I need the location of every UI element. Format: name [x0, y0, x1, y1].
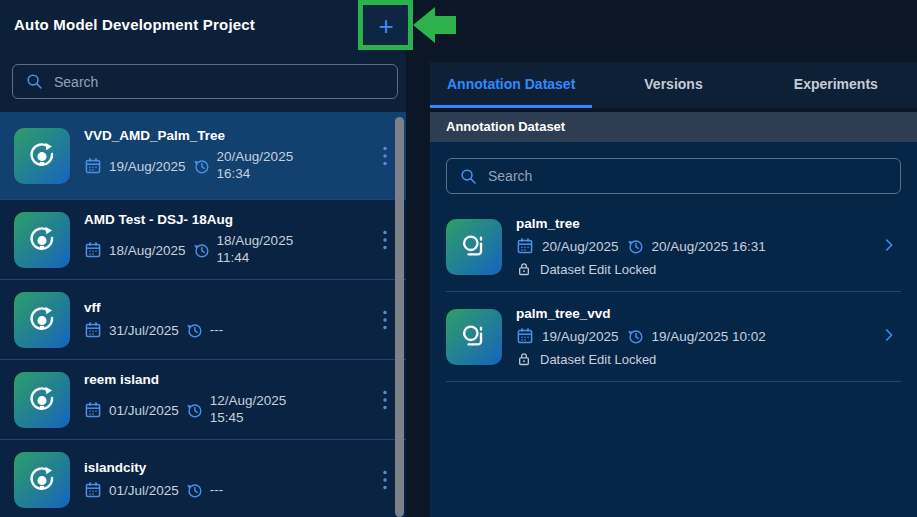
- project-created-date: 19/Aug/2025: [109, 159, 186, 174]
- dataset-meta: 19/Aug/2025 19/Aug/2025 10:02: [516, 327, 877, 345]
- app-window: Auto Model Development Project + VVD_AMD…: [0, 0, 917, 517]
- tab-annotation-dataset[interactable]: Annotation Dataset: [430, 62, 592, 108]
- project-search-input[interactable]: [54, 74, 385, 90]
- project-info: vff 31/Jul/2025 ---: [84, 300, 372, 339]
- dataset-list-item[interactable]: palm_tree 20/Aug/2025 20/Aug/2025 16:31 …: [446, 202, 901, 292]
- tab-bar: Annotation Dataset Versions Experiments: [430, 62, 917, 108]
- auto-model-cycle-icon: [25, 139, 59, 173]
- dataset-lock-row: Dataset Edit Locked: [516, 351, 877, 367]
- project-name: vff: [84, 300, 372, 315]
- tab-versions[interactable]: Versions: [592, 62, 754, 108]
- dataset-search-box: [446, 158, 901, 194]
- auto-model-cycle-icon: [25, 383, 59, 417]
- last-modified-clock-icon: [193, 242, 210, 259]
- project-name: VVD_AMD_Palm_Tree: [84, 128, 372, 143]
- last-modified-clock-icon: [186, 322, 203, 339]
- last-modified-clock-icon: [186, 402, 203, 419]
- project-info: islandcity 01/Jul/2025 ---: [84, 460, 372, 499]
- dataset-tile-icon: [446, 309, 502, 365]
- last-modified-clock-icon: [193, 158, 210, 175]
- lock-icon: [516, 261, 532, 277]
- chevron-right-icon: [881, 327, 897, 343]
- annotation-dataset-icon: [457, 320, 491, 354]
- project-created-date: 01/Jul/2025: [109, 483, 179, 498]
- dataset-lock-status: Dataset Edit Locked: [540, 262, 656, 277]
- calendar-icon: [516, 327, 534, 345]
- project-list-scrollbar[interactable]: [395, 117, 404, 517]
- project-info: reem island 01/Jul/2025 12/Aug/2025 15:4…: [84, 372, 372, 427]
- dataset-info: palm_tree 20/Aug/2025 20/Aug/2025 16:31 …: [516, 216, 877, 277]
- detail-panel: Annotation Dataset Versions Experiments …: [430, 0, 917, 517]
- dataset-meta: 20/Aug/2025 20/Aug/2025 16:31: [516, 237, 877, 255]
- project-search-box: [12, 64, 398, 99]
- project-name: islandcity: [84, 460, 372, 475]
- calendar-icon: [84, 321, 102, 339]
- auto-model-cycle-icon: [25, 463, 59, 497]
- last-modified-clock-icon: [627, 328, 644, 345]
- project-tile-icon: [14, 292, 70, 348]
- project-modified-date: 18/Aug/2025 11:44: [217, 233, 309, 267]
- dataset-info: palm_tree_vvd 19/Aug/2025 19/Aug/2025 10…: [516, 306, 877, 367]
- dataset-tile-icon: [446, 219, 502, 275]
- section-subheader: Annotation Dataset: [430, 112, 917, 142]
- project-list-item[interactable]: AMD Test - DSJ- 18Aug 18/Aug/2025 18/Aug…: [0, 200, 406, 280]
- kebab-icon: [383, 230, 387, 250]
- project-tile-icon: [14, 452, 70, 508]
- last-modified-clock-icon: [186, 482, 203, 499]
- panel-title: Auto Model Development Project: [14, 16, 255, 33]
- dataset-created-date: 20/Aug/2025: [542, 239, 619, 254]
- project-info: AMD Test - DSJ- 18Aug 18/Aug/2025 18/Aug…: [84, 212, 372, 267]
- dataset-modified-date: 20/Aug/2025 16:31: [652, 239, 766, 254]
- dataset-modified-date: 19/Aug/2025 10:02: [652, 329, 766, 344]
- project-list-item[interactable]: VVD_AMD_Palm_Tree 19/Aug/2025 20/Aug/202…: [0, 112, 406, 200]
- chevron-right-icon: [881, 237, 897, 253]
- kebab-icon: [383, 470, 387, 490]
- dataset-open-chevron-button[interactable]: [877, 233, 901, 260]
- project-meta: 18/Aug/2025 18/Aug/2025 11:44: [84, 233, 372, 267]
- lock-icon: [516, 351, 532, 367]
- project-meta: 01/Jul/2025 12/Aug/2025 15:45: [84, 393, 372, 427]
- project-list-item[interactable]: islandcity 01/Jul/2025 ---: [0, 440, 406, 517]
- project-name: reem island: [84, 372, 372, 387]
- project-tile-icon: [14, 372, 70, 428]
- auto-model-cycle-icon: [25, 303, 59, 337]
- last-modified-clock-icon: [627, 238, 644, 255]
- dataset-name: palm_tree_vvd: [516, 306, 877, 321]
- add-project-button[interactable]: +: [364, 4, 408, 47]
- project-list-item[interactable]: vff 31/Jul/2025 ---: [0, 280, 406, 360]
- project-modified-date: 20/Aug/2025 16:34: [217, 149, 309, 183]
- dataset-search-input[interactable]: [488, 168, 888, 184]
- dataset-name: palm_tree: [516, 216, 877, 231]
- project-created-date: 31/Jul/2025: [109, 323, 179, 338]
- project-meta: 01/Jul/2025 ---: [84, 481, 372, 499]
- project-list-item[interactable]: reem island 01/Jul/2025 12/Aug/2025 15:4…: [0, 360, 406, 440]
- calendar-icon: [84, 241, 102, 259]
- dataset-list-item[interactable]: palm_tree_vvd 19/Aug/2025 19/Aug/2025 10…: [446, 292, 901, 382]
- calendar-icon: [516, 237, 534, 255]
- project-modified-date: ---: [210, 482, 224, 499]
- dataset-created-date: 19/Aug/2025: [542, 329, 619, 344]
- project-info: VVD_AMD_Palm_Tree 19/Aug/2025 20/Aug/202…: [84, 128, 372, 183]
- kebab-icon: [383, 146, 387, 166]
- project-list: VVD_AMD_Palm_Tree 19/Aug/2025 20/Aug/202…: [0, 112, 406, 517]
- kebab-icon: [383, 390, 387, 410]
- annotation-dataset-icon: [457, 230, 491, 264]
- project-created-date: 01/Jul/2025: [109, 403, 179, 418]
- project-created-date: 18/Aug/2025: [109, 243, 186, 258]
- dataset-lock-row: Dataset Edit Locked: [516, 261, 877, 277]
- dataset-lock-status: Dataset Edit Locked: [540, 352, 656, 367]
- calendar-icon: [84, 481, 102, 499]
- project-meta: 19/Aug/2025 20/Aug/2025 16:34: [84, 149, 372, 183]
- auto-model-cycle-icon: [25, 223, 59, 257]
- calendar-icon: [84, 157, 102, 175]
- dataset-list: palm_tree 20/Aug/2025 20/Aug/2025 16:31 …: [446, 202, 901, 382]
- project-tile-icon: [14, 128, 70, 184]
- search-icon: [459, 167, 478, 186]
- tab-experiments[interactable]: Experiments: [755, 62, 917, 108]
- project-tile-icon: [14, 212, 70, 268]
- search-icon: [25, 72, 44, 91]
- dataset-open-chevron-button[interactable]: [877, 323, 901, 350]
- kebab-icon: [383, 310, 387, 330]
- project-modified-date: ---: [210, 322, 224, 339]
- project-list-panel: Auto Model Development Project + VVD_AMD…: [0, 0, 406, 517]
